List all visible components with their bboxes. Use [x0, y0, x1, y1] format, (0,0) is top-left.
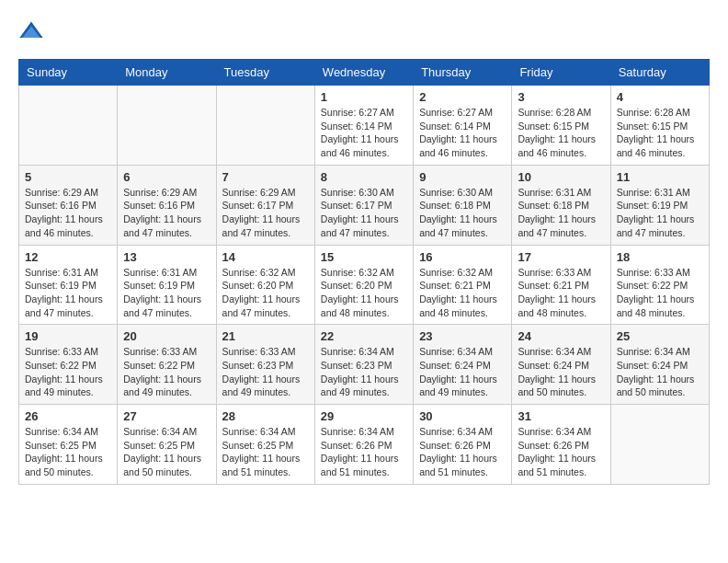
day-info: Sunrise: 6:33 AM Sunset: 6:22 PM Dayligh…: [25, 345, 111, 399]
day-number: 19: [25, 329, 111, 343]
calendar-cell: 18Sunrise: 6:33 AM Sunset: 6:22 PM Dayli…: [610, 245, 709, 325]
weekday-row: SundayMondayTuesdayWednesdayThursdayFrid…: [19, 60, 710, 86]
day-info: Sunrise: 6:30 AM Sunset: 6:17 PM Dayligh…: [321, 186, 407, 240]
day-info: Sunrise: 6:28 AM Sunset: 6:15 PM Dayligh…: [617, 106, 703, 160]
day-number: 3: [518, 90, 604, 104]
calendar-body: 1Sunrise: 6:27 AM Sunset: 6:14 PM Daylig…: [19, 86, 710, 485]
day-info: Sunrise: 6:34 AM Sunset: 6:25 PM Dayligh…: [123, 425, 210, 479]
day-info: Sunrise: 6:34 AM Sunset: 6:26 PM Dayligh…: [321, 425, 407, 479]
calendar-week-4: 19Sunrise: 6:33 AM Sunset: 6:22 PM Dayli…: [19, 325, 710, 405]
calendar-cell: 27Sunrise: 6:34 AM Sunset: 6:25 PM Dayli…: [118, 405, 216, 485]
day-number: 30: [419, 409, 506, 423]
day-info: Sunrise: 6:32 AM Sunset: 6:20 PM Dayligh…: [222, 266, 309, 320]
day-info: Sunrise: 6:29 AM Sunset: 6:16 PM Dayligh…: [123, 186, 210, 240]
day-number: 13: [123, 250, 210, 264]
calendar-cell: 15Sunrise: 6:32 AM Sunset: 6:20 PM Dayli…: [314, 245, 413, 325]
day-number: 25: [617, 329, 703, 343]
calendar-week-2: 5Sunrise: 6:29 AM Sunset: 6:16 PM Daylig…: [19, 165, 710, 245]
day-info: Sunrise: 6:33 AM Sunset: 6:23 PM Dayligh…: [222, 345, 309, 399]
weekday-header-sunday: Sunday: [19, 60, 118, 86]
day-info: Sunrise: 6:33 AM Sunset: 6:21 PM Dayligh…: [518, 266, 604, 320]
day-number: 27: [123, 409, 210, 423]
calendar-cell: 2Sunrise: 6:27 AM Sunset: 6:14 PM Daylig…: [414, 86, 512, 166]
calendar-cell: 3Sunrise: 6:28 AM Sunset: 6:15 PM Daylig…: [512, 86, 610, 166]
weekday-header-tuesday: Tuesday: [216, 60, 314, 86]
calendar-cell: 23Sunrise: 6:34 AM Sunset: 6:24 PM Dayli…: [414, 325, 512, 405]
day-number: 29: [321, 409, 407, 423]
weekday-header-monday: Monday: [118, 60, 216, 86]
day-number: 17: [518, 250, 604, 264]
calendar-cell: [118, 86, 216, 166]
day-number: 15: [321, 250, 407, 264]
day-number: 2: [419, 90, 506, 104]
day-info: Sunrise: 6:34 AM Sunset: 6:26 PM Dayligh…: [419, 425, 506, 479]
calendar-cell: 5Sunrise: 6:29 AM Sunset: 6:16 PM Daylig…: [19, 165, 118, 245]
day-info: Sunrise: 6:33 AM Sunset: 6:22 PM Dayligh…: [617, 266, 703, 320]
day-number: 21: [222, 329, 309, 343]
calendar-cell: [216, 86, 314, 166]
calendar-cell: 14Sunrise: 6:32 AM Sunset: 6:20 PM Dayli…: [216, 245, 314, 325]
generalblue-logo-icon: [18, 18, 44, 44]
calendar-cell: 16Sunrise: 6:32 AM Sunset: 6:21 PM Dayli…: [414, 245, 512, 325]
calendar-cell: 8Sunrise: 6:30 AM Sunset: 6:17 PM Daylig…: [314, 165, 413, 245]
calendar-cell: [610, 405, 709, 485]
day-number: 5: [25, 170, 111, 184]
calendar-cell: 29Sunrise: 6:34 AM Sunset: 6:26 PM Dayli…: [314, 405, 413, 485]
day-number: 14: [222, 250, 309, 264]
day-info: Sunrise: 6:34 AM Sunset: 6:25 PM Dayligh…: [25, 425, 111, 479]
day-info: Sunrise: 6:29 AM Sunset: 6:16 PM Dayligh…: [25, 186, 111, 240]
day-info: Sunrise: 6:34 AM Sunset: 6:23 PM Dayligh…: [321, 345, 407, 399]
calendar-cell: 10Sunrise: 6:31 AM Sunset: 6:18 PM Dayli…: [512, 165, 610, 245]
calendar-cell: 22Sunrise: 6:34 AM Sunset: 6:23 PM Dayli…: [314, 325, 413, 405]
calendar-cell: 7Sunrise: 6:29 AM Sunset: 6:17 PM Daylig…: [216, 165, 314, 245]
day-info: Sunrise: 6:34 AM Sunset: 6:24 PM Dayligh…: [518, 345, 604, 399]
calendar-cell: 20Sunrise: 6:33 AM Sunset: 6:22 PM Dayli…: [118, 325, 216, 405]
day-info: Sunrise: 6:34 AM Sunset: 6:24 PM Dayligh…: [617, 345, 703, 399]
day-info: Sunrise: 6:32 AM Sunset: 6:21 PM Dayligh…: [419, 266, 506, 320]
calendar-cell: 19Sunrise: 6:33 AM Sunset: 6:22 PM Dayli…: [19, 325, 118, 405]
calendar-header: SundayMondayTuesdayWednesdayThursdayFrid…: [19, 60, 710, 86]
day-number: 22: [321, 329, 407, 343]
calendar-cell: 1Sunrise: 6:27 AM Sunset: 6:14 PM Daylig…: [314, 86, 413, 166]
day-number: 4: [617, 90, 703, 104]
day-info: Sunrise: 6:31 AM Sunset: 6:19 PM Dayligh…: [25, 266, 111, 320]
day-number: 7: [222, 170, 309, 184]
calendar-cell: 30Sunrise: 6:34 AM Sunset: 6:26 PM Dayli…: [414, 405, 512, 485]
day-number: 9: [419, 170, 506, 184]
day-info: Sunrise: 6:27 AM Sunset: 6:14 PM Dayligh…: [321, 106, 407, 160]
calendar-cell: 31Sunrise: 6:34 AM Sunset: 6:26 PM Dayli…: [512, 405, 610, 485]
calendar-week-1: 1Sunrise: 6:27 AM Sunset: 6:14 PM Daylig…: [19, 86, 710, 166]
day-info: Sunrise: 6:33 AM Sunset: 6:22 PM Dayligh…: [123, 345, 210, 399]
calendar-cell: 6Sunrise: 6:29 AM Sunset: 6:16 PM Daylig…: [118, 165, 216, 245]
calendar-cell: 9Sunrise: 6:30 AM Sunset: 6:18 PM Daylig…: [414, 165, 512, 245]
header: [18, 18, 710, 44]
day-info: Sunrise: 6:34 AM Sunset: 6:26 PM Dayligh…: [518, 425, 604, 479]
calendar-week-3: 12Sunrise: 6:31 AM Sunset: 6:19 PM Dayli…: [19, 245, 710, 325]
calendar-cell: 21Sunrise: 6:33 AM Sunset: 6:23 PM Dayli…: [216, 325, 314, 405]
day-info: Sunrise: 6:28 AM Sunset: 6:15 PM Dayligh…: [518, 106, 604, 160]
day-number: 31: [518, 409, 604, 423]
day-info: Sunrise: 6:29 AM Sunset: 6:17 PM Dayligh…: [222, 186, 309, 240]
day-info: Sunrise: 6:34 AM Sunset: 6:24 PM Dayligh…: [419, 345, 506, 399]
day-number: 20: [123, 329, 210, 343]
weekday-header-saturday: Saturday: [610, 60, 709, 86]
calendar-cell: 13Sunrise: 6:31 AM Sunset: 6:19 PM Dayli…: [118, 245, 216, 325]
day-info: Sunrise: 6:27 AM Sunset: 6:14 PM Dayligh…: [419, 106, 506, 160]
calendar-cell: 11Sunrise: 6:31 AM Sunset: 6:19 PM Dayli…: [610, 165, 709, 245]
day-number: 10: [518, 170, 604, 184]
day-number: 18: [617, 250, 703, 264]
calendar-cell: 12Sunrise: 6:31 AM Sunset: 6:19 PM Dayli…: [19, 245, 118, 325]
weekday-header-thursday: Thursday: [414, 60, 512, 86]
calendar-cell: 26Sunrise: 6:34 AM Sunset: 6:25 PM Dayli…: [19, 405, 118, 485]
logo: [18, 18, 48, 44]
day-number: 23: [419, 329, 506, 343]
day-number: 11: [617, 170, 703, 184]
day-number: 28: [222, 409, 309, 423]
calendar-cell: 24Sunrise: 6:34 AM Sunset: 6:24 PM Dayli…: [512, 325, 610, 405]
day-info: Sunrise: 6:30 AM Sunset: 6:18 PM Dayligh…: [419, 186, 506, 240]
page: SundayMondayTuesdayWednesdayThursdayFrid…: [0, 0, 728, 494]
day-number: 8: [321, 170, 407, 184]
day-number: 12: [25, 250, 111, 264]
day-info: Sunrise: 6:34 AM Sunset: 6:25 PM Dayligh…: [222, 425, 309, 479]
weekday-header-wednesday: Wednesday: [314, 60, 413, 86]
